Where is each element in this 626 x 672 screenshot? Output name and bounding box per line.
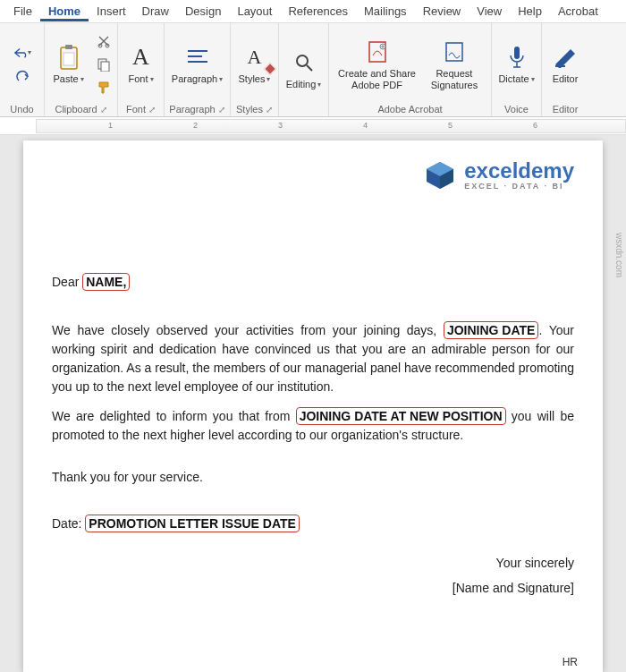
group-font: A Font▾ Font ⤢ bbox=[118, 23, 165, 116]
paragraph-1: We have closely observed your activities… bbox=[52, 321, 574, 396]
font-launcher-icon[interactable]: ⤢ bbox=[148, 105, 156, 115]
ruler[interactable]: 1 2 3 4 5 6 bbox=[0, 117, 626, 135]
svg-rect-14 bbox=[446, 43, 462, 61]
clipboard-label: Clipboard bbox=[55, 104, 97, 115]
menu-draw[interactable]: Draw bbox=[134, 1, 177, 21]
editing-btn-label: Editing bbox=[286, 79, 317, 90]
menu-acrobat[interactable]: Acrobat bbox=[550, 1, 606, 21]
logo-mark-icon bbox=[423, 158, 457, 192]
font-button[interactable]: A Font▾ bbox=[121, 41, 162, 87]
group-editing: Editing▾ bbox=[279, 23, 329, 116]
issue-date-placeholder: PROMOTION LETTER ISSUE DATE bbox=[85, 515, 300, 532]
request-signatures-button[interactable]: Request Signatures bbox=[423, 36, 486, 92]
menu-bar: File Home Insert Draw Design Layout Refe… bbox=[0, 0, 626, 23]
p2a-text: We are delighted to inform you that from bbox=[52, 409, 296, 423]
new-position-date-placeholder: JOINING DATE AT NEW POSITION bbox=[296, 407, 506, 425]
menu-view[interactable]: View bbox=[469, 1, 510, 21]
joining-date-placeholder: JOINING DATE bbox=[444, 321, 539, 339]
menu-insert[interactable]: Insert bbox=[89, 1, 134, 21]
create-pdf-label: Create and Share Adobe PDF bbox=[338, 68, 416, 90]
group-editor: Editor Editor bbox=[542, 23, 588, 116]
closing-text: Your sincerely bbox=[52, 550, 574, 575]
svg-rect-15 bbox=[514, 47, 520, 59]
group-voice: Dictate▾ Voice bbox=[492, 23, 542, 116]
menu-design[interactable]: Design bbox=[177, 1, 229, 21]
clipboard-launcher-icon[interactable]: ⤢ bbox=[100, 105, 107, 115]
ruler-mark-3: 3 bbox=[278, 121, 283, 130]
hr-text: HR bbox=[563, 656, 578, 668]
logo-main-text: exceldemy bbox=[464, 160, 574, 182]
page[interactable]: exceldemy EXCEL · DATA · BI Dear NAME, W… bbox=[23, 140, 603, 672]
signature-placeholder: [Name and Signature] bbox=[52, 575, 574, 600]
dictate-button[interactable]: Dictate▾ bbox=[495, 41, 537, 87]
request-sig-label: Request Signatures bbox=[431, 68, 478, 90]
group-undo: ▾ Undo bbox=[0, 23, 45, 116]
svg-rect-6 bbox=[101, 62, 109, 72]
styles-group-label: Styles bbox=[236, 104, 263, 115]
paste-button[interactable]: Paste▾ bbox=[48, 41, 89, 87]
ribbon: ▾ Undo Paste▾ Clipboard ⤢ A bbox=[0, 23, 626, 117]
find-icon bbox=[290, 48, 318, 77]
date-line: Date: PROMOTION LETTER ISSUE DATE bbox=[52, 515, 574, 532]
paragraph-button[interactable]: Paragraph▾ bbox=[168, 41, 226, 87]
ruler-mark-6: 6 bbox=[533, 121, 537, 130]
greeting-line: Dear NAME, bbox=[52, 273, 574, 291]
font-group-label: Font bbox=[126, 104, 146, 115]
styles-icon: A bbox=[241, 43, 269, 72]
editor-group-label: Editor bbox=[546, 102, 585, 115]
svg-rect-2 bbox=[63, 53, 74, 65]
paragraph-btn-label: Paragraph bbox=[172, 73, 217, 85]
paragraph-icon bbox=[183, 43, 212, 72]
create-pdf-button[interactable]: Create and Share Adobe PDF bbox=[334, 36, 419, 92]
signature-block: Your sincerely [Name and Signature] bbox=[52, 550, 574, 600]
ruler-mark-5: 5 bbox=[448, 121, 453, 130]
svg-point-10 bbox=[297, 55, 308, 66]
font-icon: A bbox=[127, 43, 156, 72]
ruler-mark-2: 2 bbox=[193, 121, 198, 130]
editing-button[interactable]: Editing▾ bbox=[283, 47, 325, 92]
logo-sub-text: EXCEL · DATA · BI bbox=[464, 182, 574, 191]
cut-icon[interactable] bbox=[95, 32, 113, 50]
paragraph-group-label: Paragraph bbox=[169, 104, 215, 115]
editor-icon bbox=[551, 43, 579, 72]
ruler-mark-4: 4 bbox=[363, 121, 368, 130]
document-area: exceldemy EXCEL · DATA · BI Dear NAME, W… bbox=[0, 135, 626, 672]
voice-group-label: Voice bbox=[495, 102, 537, 115]
dear-text: Dear bbox=[52, 275, 82, 289]
menu-file[interactable]: File bbox=[5, 1, 40, 21]
group-clipboard: Paste▾ Clipboard ⤢ bbox=[45, 23, 118, 116]
ruler-mark-1: 1 bbox=[108, 121, 113, 130]
group-styles: A Styles▾ Styles ⤢ bbox=[231, 23, 279, 116]
paste-label: Paste bbox=[53, 73, 78, 85]
styles-launcher-icon[interactable]: ⤢ bbox=[266, 105, 273, 115]
svg-line-11 bbox=[307, 65, 312, 71]
editor-btn-label: Editor bbox=[553, 73, 579, 85]
menu-layout[interactable]: Layout bbox=[229, 1, 280, 21]
undo-label: Undo bbox=[4, 102, 40, 115]
pdf-icon bbox=[363, 38, 392, 66]
undo-icon[interactable]: ▾ bbox=[13, 44, 31, 62]
font-btn-label: Font bbox=[128, 73, 148, 85]
menu-home[interactable]: Home bbox=[40, 1, 89, 21]
name-placeholder: NAME, bbox=[82, 273, 130, 291]
signature-icon bbox=[440, 38, 469, 66]
menu-review[interactable]: Review bbox=[415, 1, 470, 21]
menu-help[interactable]: Help bbox=[510, 1, 550, 21]
editor-button[interactable]: Editor bbox=[545, 41, 586, 87]
paragraph-2: We are delighted to inform you that from… bbox=[52, 407, 574, 445]
copy-icon[interactable] bbox=[95, 55, 113, 73]
redo-icon[interactable] bbox=[13, 67, 31, 85]
group-paragraph: Paragraph▾ Paragraph ⤢ bbox=[165, 23, 231, 116]
svg-rect-1 bbox=[65, 45, 72, 49]
format-painter-icon[interactable] bbox=[95, 79, 113, 97]
menu-mailings[interactable]: Mailings bbox=[356, 1, 415, 21]
clipboard-icon bbox=[55, 43, 83, 72]
adobe-group-label: Adobe Acrobat bbox=[333, 102, 487, 115]
menu-references[interactable]: References bbox=[280, 1, 355, 21]
styles-btn-label: Styles bbox=[239, 73, 266, 85]
logo: exceldemy EXCEL · DATA · BI bbox=[52, 158, 574, 192]
p1a-text: We have closely observed your activities… bbox=[52, 323, 444, 337]
paragraph-launcher-icon[interactable]: ⤢ bbox=[218, 105, 225, 115]
watermark: wsxdn.com bbox=[614, 233, 624, 277]
styles-button[interactable]: A Styles▾ bbox=[234, 41, 275, 87]
